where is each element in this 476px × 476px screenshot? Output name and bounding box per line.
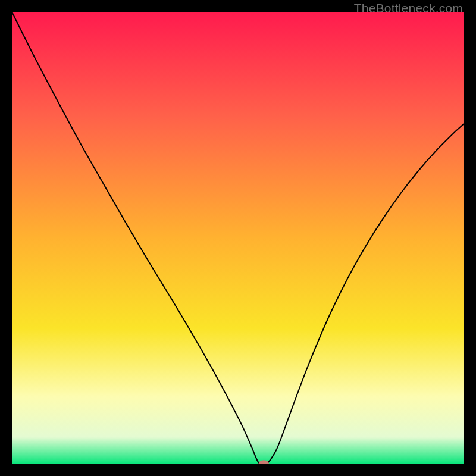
plot-area: [12, 12, 464, 464]
watermark-text: TheBottleneck.com: [354, 1, 463, 15]
chart-svg: [12, 12, 464, 464]
chart-frame: TheBottleneck.com: [0, 0, 476, 476]
gradient-background: [12, 12, 464, 464]
